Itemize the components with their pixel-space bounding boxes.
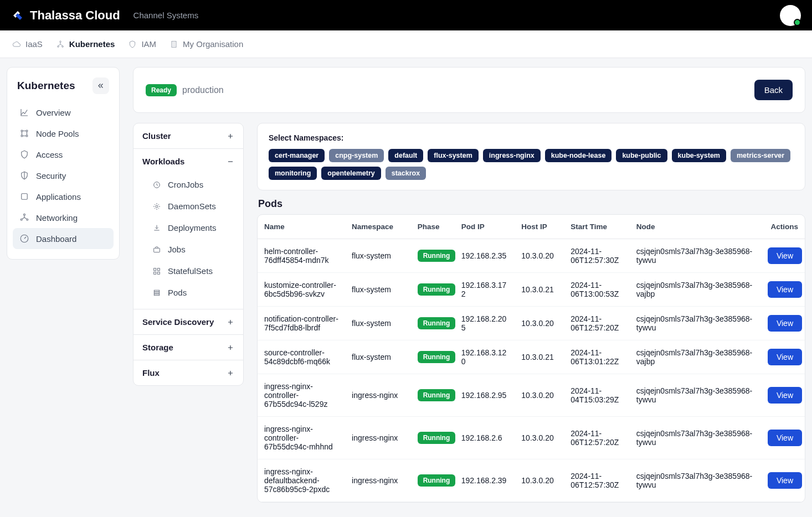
cell-name: notification-controller-7f5cd7fdb8-lbrdf: [258, 307, 345, 340]
view-button[interactable]: View: [768, 247, 802, 264]
table-row: source-controller-54c89dcbf6-mq66k flux-…: [258, 340, 805, 374]
nav-access[interactable]: Access: [13, 144, 114, 165]
ns-chip-metrics-server[interactable]: metrics-server: [731, 149, 790, 162]
brand[interactable]: Thalassa Cloud Channel Systems: [11, 8, 198, 23]
tree-section-title: Service Discovery: [142, 317, 214, 327]
cell-podip: 192.168.3.120: [455, 340, 515, 374]
nav-applications[interactable]: Applications: [13, 186, 114, 207]
cell-start: 2024-11-06T12:57:30Z: [564, 239, 630, 273]
view-button[interactable]: View: [768, 387, 802, 404]
phase-badge: Running: [418, 389, 456, 401]
crumb-my organisation[interactable]: My Organisation: [169, 39, 243, 49]
svg-rect-21: [154, 292, 159, 293]
ns-chip-kube-system[interactable]: kube-system: [672, 149, 726, 162]
left-nav-title: Kubernetes: [17, 80, 75, 92]
svg-point-5: [26, 130, 28, 132]
nav-networking[interactable]: Networking: [13, 207, 114, 228]
view-button[interactable]: View: [768, 281, 802, 298]
cell-podip: 192.168.3.172: [455, 273, 515, 307]
view-button[interactable]: View: [768, 430, 802, 446]
phase-badge: Running: [418, 283, 456, 296]
ns-chip-stackrox[interactable]: stackrox: [386, 167, 426, 180]
svg-rect-15: [154, 248, 160, 252]
view-button[interactable]: View: [768, 349, 802, 365]
tree-item-jobs[interactable]: Jobs: [133, 239, 243, 260]
cell-hostip: 10.3.0.20: [515, 417, 564, 459]
cloud-icon: [12, 40, 21, 49]
svg-point-10: [20, 219, 22, 220]
status-badge: Ready: [146, 84, 177, 96]
grid-icon: [152, 267, 161, 276]
minus-icon: [227, 158, 234, 166]
nav-node pools[interactable]: Node Pools: [13, 123, 114, 144]
col-pod ip: Pod IP: [455, 215, 515, 239]
gear-icon: [152, 202, 161, 211]
tree-section-service discovery[interactable]: Service Discovery: [133, 309, 243, 334]
svg-rect-17: [157, 268, 160, 270]
box-icon: [19, 192, 29, 201]
view-button[interactable]: View: [768, 315, 802, 332]
tree-item-cronjobs[interactable]: CronJobs: [133, 174, 243, 195]
cell-podip: 192.168.2.205: [455, 307, 515, 340]
table-row: ingress-nginx-defaultbackend-57c86b95c9-…: [258, 459, 805, 502]
nav-dashboard[interactable]: Dashboard: [13, 228, 114, 249]
namespace-selector: Select Namespaces: cert-manager cnpg-sys…: [257, 123, 805, 190]
cluster-name: production: [182, 85, 224, 95]
cell-namespace: ingress-nginx: [345, 459, 411, 502]
ns-chip-ingress-nginx[interactable]: ingress-nginx: [483, 149, 541, 162]
ns-chip-flux-system[interactable]: flux-system: [428, 149, 478, 162]
ns-chip-cert-manager[interactable]: cert-manager: [269, 149, 325, 162]
tree-section-flux[interactable]: Flux: [133, 360, 243, 385]
view-button[interactable]: View: [768, 472, 802, 489]
cell-actions: View: [761, 307, 805, 340]
cell-hostip: 10.3.0.20: [515, 307, 564, 340]
cell-start: 2024-11-06T12:57:20Z: [564, 307, 630, 340]
building-icon: [169, 40, 178, 49]
tree-section-workloads[interactable]: Workloads: [133, 149, 243, 174]
crumb-label: IaaS: [25, 39, 43, 49]
pods-table: Name Namespace Phase Pod IP Host IP Star…: [257, 214, 805, 503]
tree-item-statefulsets[interactable]: StatefulSets: [133, 260, 243, 282]
ns-chip-opentelemetry[interactable]: opentelemetry: [321, 167, 381, 180]
table-row: ingress-nginx-controller-67b55dc94c-l529…: [258, 374, 805, 417]
cell-actions: View: [761, 374, 805, 417]
cell-namespace: flux-system: [345, 239, 411, 273]
cell-phase: Running: [411, 374, 455, 417]
svg-rect-22: [154, 294, 159, 296]
cell-start: 2024-11-06T12:57:20Z: [564, 417, 630, 459]
nav-security[interactable]: Security: [13, 165, 114, 186]
cell-podip: 192.168.2.95: [455, 374, 515, 417]
tree-section-cluster[interactable]: Cluster: [133, 123, 243, 148]
tree-item-label: Pods: [168, 288, 187, 297]
cell-actions: View: [761, 417, 805, 459]
cell-node: csjqejn0smls73al7h3g-3e385968-tywvu: [630, 417, 761, 459]
nav-overview[interactable]: Overview: [13, 102, 114, 123]
left-nav: Kubernetes Overview Node Pools Access Se…: [7, 67, 120, 260]
ns-chip-cnpg-system[interactable]: cnpg-system: [329, 149, 384, 162]
download-icon: [152, 224, 161, 232]
svg-rect-19: [157, 272, 160, 274]
crumb-iaas[interactable]: IaaS: [12, 39, 43, 49]
phase-badge: Running: [418, 432, 456, 444]
ns-chip-monitoring[interactable]: monitoring: [269, 167, 317, 180]
crumb-kubernetes[interactable]: Kubernetes: [56, 39, 115, 49]
tree-item-daemonsets[interactable]: DaemonSets: [133, 195, 243, 217]
back-button[interactable]: Back: [754, 80, 793, 100]
tree-item-pods[interactable]: Pods: [133, 282, 243, 303]
tree-item-deployments[interactable]: Deployments: [133, 217, 243, 239]
crumb-iam[interactable]: IAM: [128, 39, 156, 49]
col-start time: Start Time: [564, 215, 630, 239]
ns-chip-kube-node-lease[interactable]: kube-node-lease: [545, 149, 612, 162]
crumb-label: Kubernetes: [69, 39, 115, 49]
tree-section-storage[interactable]: Storage: [133, 335, 243, 360]
phase-badge: Running: [418, 250, 456, 262]
collapse-sidebar-button[interactable]: [92, 77, 109, 94]
cell-node: csjqejn0smls73al7h3g-3e385968-vajbp: [630, 340, 761, 374]
cell-namespace: ingress-nginx: [345, 374, 411, 417]
ns-chip-kube-public[interactable]: kube-public: [616, 149, 667, 162]
chart-icon: [19, 107, 29, 117]
cell-hostip: 10.3.0.21: [515, 340, 564, 374]
ns-chip-default[interactable]: default: [388, 149, 423, 162]
plus-icon: [227, 369, 234, 377]
avatar[interactable]: [780, 5, 801, 26]
